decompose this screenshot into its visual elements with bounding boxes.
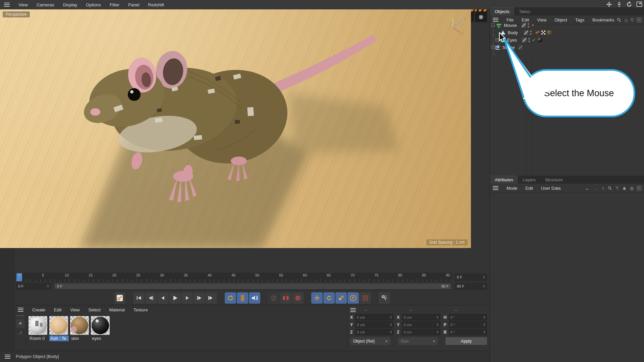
timeline-tick[interactable]: 25 <box>136 273 141 277</box>
render-settings-button[interactable] <box>475 8 487 22</box>
eye-material-tag-icon[interactable] <box>537 38 542 42</box>
prev-key-button[interactable] <box>145 292 157 304</box>
object-row-eyes[interactable]: + Eyes ✓ <box>495 36 643 44</box>
key-position-toggle[interactable] <box>311 292 323 304</box>
range-start-field[interactable]: 0 F▲▼ <box>16 283 51 290</box>
current-frame-field[interactable]: 0 F▲▼ <box>455 274 487 281</box>
object-name[interactable]: Mouse <box>504 23 517 28</box>
visibility-toggle[interactable] <box>518 45 523 50</box>
attributes-menu-item[interactable]: Edit <box>526 186 533 191</box>
attributes-menu-icon[interactable] <box>493 186 498 190</box>
viewport-menu-item[interactable]: Display <box>63 2 77 7</box>
collapse-icon[interactable]: − <box>491 23 495 27</box>
timeline-tick[interactable]: 70 <box>350 273 355 277</box>
timeline-tick[interactable]: 40 <box>207 273 212 277</box>
object-row-mouse[interactable]: − Mouse × <box>491 21 643 29</box>
size-mode-dropdown[interactable]: Size▾ <box>398 337 438 345</box>
visibility-toggle[interactable] <box>522 23 526 27</box>
next-key-button[interactable] <box>194 292 205 304</box>
attributes-menu-item[interactable]: User Data <box>541 186 561 191</box>
material-menu-item[interactable]: Material <box>109 307 125 312</box>
object-manager-tab[interactable]: Objects <box>490 7 514 15</box>
toggle-view-icon[interactable] <box>636 1 643 8</box>
size-field[interactable]: X0 cm▲▼ <box>397 314 440 320</box>
visibility-dots[interactable] <box>530 31 532 35</box>
timeline-tick[interactable]: 90 <box>445 273 450 277</box>
prev-frame-button[interactable] <box>157 292 169 304</box>
material-menu-item[interactable]: Select <box>88 307 100 312</box>
delete-tag-icon[interactable]: × <box>531 22 534 28</box>
material-menu-item[interactable]: Edit <box>54 307 61 312</box>
material-menu-icon[interactable] <box>18 308 23 312</box>
attributes-tab[interactable]: Layers <box>518 176 540 184</box>
expand-icon[interactable]: + <box>495 38 499 42</box>
phong-tag-icon[interactable] <box>535 30 540 35</box>
timeline-tick[interactable]: 5 <box>41 273 45 277</box>
status-menu-icon[interactable] <box>5 355 10 359</box>
object-name[interactable]: Eyes <box>507 38 517 43</box>
key-parameter-toggle[interactable]: P <box>347 292 359 304</box>
visibility-dots[interactable] <box>528 23 529 27</box>
timeline-tick[interactable]: 30 <box>160 273 164 277</box>
transform-mode-dropdown[interactable]: Object (Rel)▾ <box>350 337 390 345</box>
history-forward-icon[interactable]: → <box>593 185 598 191</box>
viewport-menu-icon[interactable] <box>4 3 10 7</box>
play-button[interactable] <box>169 292 181 304</box>
material-link-icon[interactable]: ↗ <box>18 330 22 336</box>
set-keyframe-button[interactable] <box>114 292 125 304</box>
position-field[interactable]: X0 cm▲▼ <box>350 314 393 320</box>
object-row-body[interactable]: Body <box>500 29 643 36</box>
timeline-tick[interactable]: 15 <box>88 273 93 277</box>
attributes-tab[interactable]: Attributes <box>490 176 518 184</box>
position-field[interactable]: Z0 cm▲▼ <box>350 329 393 335</box>
size-field[interactable]: Z0 cm▲▼ <box>397 329 440 335</box>
object-name[interactable]: Body <box>508 30 518 35</box>
add-material-button[interactable]: + <box>16 319 25 328</box>
keyframe-mode-toggle[interactable] <box>237 292 248 304</box>
timeline-tick[interactable]: 55 <box>279 273 283 277</box>
record-objects-button[interactable] <box>280 292 291 304</box>
autokey-off-button[interactable] <box>268 292 279 304</box>
texture-tag-icon[interactable] <box>547 30 552 35</box>
coordinates-menu-icon[interactable] <box>350 308 356 312</box>
filter-icon[interactable]: ▽ <box>615 186 619 190</box>
uv-tag-icon[interactable] <box>541 30 546 35</box>
zoom-view-icon[interactable] <box>616 1 623 8</box>
expand-icon[interactable]: + <box>491 46 495 49</box>
timeline-range-bar[interactable]: 0 F90 F <box>54 283 452 290</box>
parent-up-icon[interactable]: ↑ <box>602 185 604 191</box>
object-name[interactable]: Scene <box>502 45 515 50</box>
object-manager-tab[interactable]: Takes <box>514 7 535 15</box>
viewport-menu-item[interactable]: Panel <box>128 2 139 7</box>
timeline-tick[interactable]: 60 <box>303 273 307 277</box>
search-icon[interactable] <box>607 186 612 190</box>
object-row-scene[interactable]: + Scene <box>491 44 643 51</box>
check-tag-icon[interactable]: ✓ <box>532 38 536 43</box>
material-item[interactable]: skin <box>70 316 90 341</box>
end-frame-field[interactable]: 90 F▲▼ <box>455 283 487 290</box>
attributes-tab[interactable]: Structure <box>540 176 568 184</box>
viewport-menu-item[interactable]: Filter <box>110 2 119 7</box>
timeline-tick[interactable]: 20 <box>112 273 117 277</box>
size-field[interactable]: Y0 cm▲▼ <box>397 321 440 328</box>
timeline-tick[interactable]: 80 <box>398 273 402 277</box>
material-menu-item[interactable]: Create <box>32 307 45 312</box>
timeline-tick[interactable]: 10 <box>64 273 69 277</box>
loop-mode-toggle[interactable] <box>225 292 236 304</box>
key-rotation-toggle[interactable] <box>323 292 335 304</box>
timeline-tick[interactable]: 75 <box>374 273 379 277</box>
timeline-tick[interactable]: 45 <box>231 273 236 277</box>
timeline-tick[interactable]: 35 <box>183 273 188 277</box>
key-point-level-toggle[interactable] <box>360 292 371 304</box>
material-menu-item[interactable]: View <box>70 307 79 312</box>
timeline-ruler[interactable]: 051015202530354045505560657075808590 <box>16 273 452 282</box>
material-item[interactable]: Ash - Te <box>49 316 69 341</box>
rotation-field[interactable]: H0 °▲▼ <box>444 314 487 320</box>
viewport-menu-item[interactable]: Options <box>86 2 101 7</box>
material-menu-item[interactable]: Texture <box>133 307 148 312</box>
next-frame-button[interactable] <box>181 292 193 304</box>
viewport-canvas[interactable]: Perspective Grid Spacing : 1 cm Y Z X <box>0 9 471 248</box>
rotate-view-icon[interactable] <box>626 1 633 8</box>
history-back-icon[interactable]: ← <box>585 185 590 191</box>
rotation-field[interactable]: P0 °▲▼ <box>444 321 487 328</box>
